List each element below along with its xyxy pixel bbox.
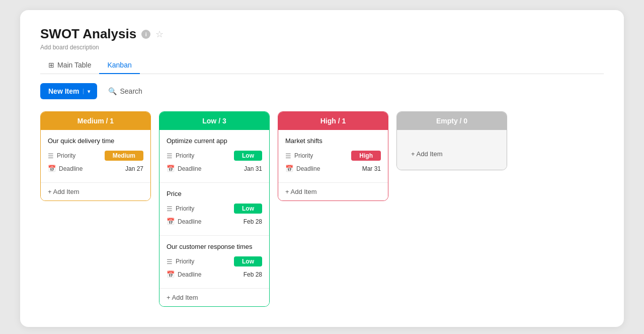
add-item-button-medium[interactable]: + Add Item bbox=[41, 183, 150, 201]
info-icon[interactable]: i bbox=[141, 30, 150, 39]
star-icon[interactable]: ☆ bbox=[155, 29, 164, 40]
tab-main-table[interactable]: ⊞ Main Table bbox=[40, 57, 99, 74]
priority-text: Priority bbox=[176, 258, 194, 265]
tab-kanban-label: Kanban bbox=[107, 61, 131, 69]
deadline-icon: 📅 bbox=[167, 271, 175, 278]
priority-badge[interactable]: Low bbox=[234, 204, 262, 214]
deadline-value: Feb 28 bbox=[244, 271, 262, 278]
deadline-label: 📅Deadline bbox=[285, 165, 320, 172]
column-body-low: Optimize current app☰PriorityLow📅Deadlin… bbox=[159, 130, 269, 306]
priority-icon: ☰ bbox=[167, 258, 173, 265]
deadline-value: Jan 31 bbox=[244, 165, 262, 172]
kanban-column-empty: Empty / 0+ Add Item bbox=[396, 111, 507, 170]
deadline-field: 📅DeadlineFeb 28 bbox=[167, 218, 262, 225]
column-header-medium: Medium / 1 bbox=[41, 112, 150, 130]
deadline-field: 📅DeadlineMar 31 bbox=[285, 165, 381, 172]
tab-kanban[interactable]: Kanban bbox=[99, 57, 139, 74]
kanban-column-high: High / 1Market shifts☰PriorityHigh📅Deadl… bbox=[278, 111, 388, 201]
search-label: Search bbox=[120, 87, 142, 95]
priority-badge[interactable]: Low bbox=[234, 256, 262, 266]
deadline-label: 📅Deadline bbox=[167, 165, 201, 172]
priority-field: ☰PriorityLow bbox=[167, 151, 262, 161]
priority-label: ☰Priority bbox=[167, 205, 194, 213]
deadline-text: Deadline bbox=[59, 165, 83, 172]
column-body-high: Market shifts☰PriorityHigh📅DeadlineMar 3… bbox=[278, 130, 388, 201]
deadline-value: Jan 27 bbox=[125, 165, 143, 172]
add-item-button-high[interactable]: + Add Item bbox=[278, 183, 388, 201]
column-header-high: High / 1 bbox=[278, 112, 388, 130]
priority-text: Priority bbox=[294, 152, 313, 159]
table-row: Price☰PriorityLow📅DeadlineFeb 28 bbox=[159, 183, 269, 236]
card-title: Price bbox=[167, 190, 262, 197]
priority-field: ☰PriorityMedium bbox=[48, 151, 143, 161]
priority-icon: ☰ bbox=[48, 152, 54, 160]
deadline-label: 📅Deadline bbox=[48, 165, 83, 172]
card-title: Our quick delivery time bbox=[48, 137, 143, 145]
empty-add-container: + Add Item bbox=[397, 130, 507, 170]
table-row: Market shifts☰PriorityHigh📅DeadlineMar 3… bbox=[278, 130, 388, 183]
toolbar: New Item ▾ 🔍 Search bbox=[40, 83, 604, 99]
deadline-text: Deadline bbox=[178, 271, 201, 278]
deadline-icon: 📅 bbox=[48, 165, 56, 172]
new-item-label: New Item bbox=[48, 87, 79, 95]
add-item-button-low[interactable]: + Add Item bbox=[159, 289, 269, 306]
page-header: SWOT Analysis i ☆ Add board description bbox=[40, 26, 604, 51]
deadline-field: 📅DeadlineJan 27 bbox=[48, 165, 143, 172]
deadline-text: Deadline bbox=[178, 165, 201, 172]
priority-icon: ☰ bbox=[167, 205, 173, 213]
board-description[interactable]: Add board description bbox=[40, 44, 604, 51]
deadline-icon: 📅 bbox=[167, 218, 175, 225]
main-table-icon: ⊞ bbox=[48, 61, 54, 69]
add-item-button-empty[interactable]: + Add Item bbox=[404, 145, 500, 163]
card-title: Market shifts bbox=[285, 137, 381, 145]
search-icon: 🔍 bbox=[108, 87, 117, 95]
app-container: SWOT Analysis i ☆ Add board description … bbox=[20, 10, 624, 327]
kanban-board: Medium / 1Our quick delivery time☰Priori… bbox=[40, 111, 604, 307]
page-title: SWOT Analysis bbox=[40, 26, 136, 42]
deadline-value: Mar 31 bbox=[362, 165, 381, 172]
priority-text: Priority bbox=[176, 205, 194, 212]
priority-text: Priority bbox=[176, 152, 194, 159]
kanban-column-medium: Medium / 1Our quick delivery time☰Priori… bbox=[40, 111, 151, 201]
new-item-chevron: ▾ bbox=[83, 89, 90, 94]
deadline-icon: 📅 bbox=[167, 165, 175, 172]
deadline-field: 📅DeadlineJan 31 bbox=[167, 165, 262, 172]
priority-label: ☰Priority bbox=[167, 152, 194, 160]
title-row: SWOT Analysis i ☆ bbox=[40, 26, 604, 42]
deadline-text: Deadline bbox=[296, 165, 320, 172]
card-title: Optimize current app bbox=[167, 137, 262, 145]
table-row: Our quick delivery time☰PriorityMedium📅D… bbox=[41, 130, 150, 183]
tabs: ⊞ Main Table Kanban bbox=[40, 57, 604, 74]
priority-label: ☰Priority bbox=[285, 152, 313, 160]
search-button[interactable]: 🔍 Search bbox=[103, 83, 147, 99]
priority-icon: ☰ bbox=[285, 152, 291, 160]
priority-icon: ☰ bbox=[167, 152, 173, 160]
deadline-field: 📅DeadlineFeb 28 bbox=[167, 271, 262, 278]
table-row: Our customer response times☰PriorityLow📅… bbox=[159, 236, 269, 289]
priority-field: ☰PriorityHigh bbox=[285, 151, 381, 161]
priority-field: ☰PriorityLow bbox=[167, 256, 262, 266]
column-body-empty: + Add Item bbox=[397, 130, 507, 170]
priority-text: Priority bbox=[57, 152, 75, 159]
column-header-empty: Empty / 0 bbox=[397, 112, 507, 130]
priority-badge[interactable]: High bbox=[351, 151, 381, 161]
deadline-icon: 📅 bbox=[285, 165, 293, 172]
priority-label: ☰Priority bbox=[48, 152, 75, 160]
card-title: Our customer response times bbox=[167, 243, 262, 250]
deadline-value: Feb 28 bbox=[244, 218, 262, 225]
priority-field: ☰PriorityLow bbox=[167, 204, 262, 214]
column-header-low: Low / 3 bbox=[159, 112, 269, 130]
new-item-button[interactable]: New Item ▾ bbox=[40, 83, 97, 99]
kanban-column-low: Low / 3Optimize current app☰PriorityLow📅… bbox=[159, 111, 270, 307]
priority-badge[interactable]: Medium bbox=[105, 151, 143, 161]
deadline-text: Deadline bbox=[178, 218, 201, 225]
priority-label: ☰Priority bbox=[167, 258, 194, 265]
priority-badge[interactable]: Low bbox=[234, 151, 262, 161]
column-body-medium: Our quick delivery time☰PriorityMedium📅D… bbox=[41, 130, 150, 201]
deadline-label: 📅Deadline bbox=[167, 218, 201, 225]
table-row: Optimize current app☰PriorityLow📅Deadlin… bbox=[159, 130, 269, 183]
tab-main-table-label: Main Table bbox=[57, 61, 91, 69]
deadline-label: 📅Deadline bbox=[167, 271, 201, 278]
